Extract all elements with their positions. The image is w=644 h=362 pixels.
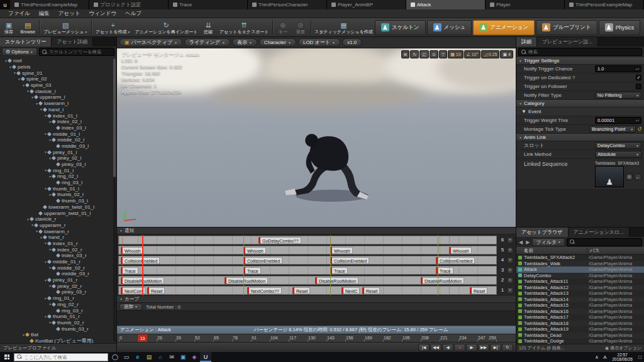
sequence-thumbnail[interactable]: ♟ xyxy=(595,166,624,187)
skeleton-search-input[interactable] xyxy=(49,49,111,55)
bone-row[interactable]: ▼middle_01_r xyxy=(1,259,116,265)
bone-row[interactable]: ▼ring_01_l xyxy=(1,167,116,173)
details-section-header[interactable]: ▼Trigger Settings xyxy=(516,57,644,65)
bone-row[interactable]: pinky_03_l xyxy=(1,162,116,168)
action-center-icon[interactable]: □ xyxy=(636,352,644,362)
notify-marker[interactable]: GoDelayCombo?? xyxy=(258,237,301,244)
track-add-button[interactable]: + xyxy=(507,267,513,273)
play-button[interactable]: ▶ xyxy=(466,344,477,351)
viewport-option-button[interactable]: x1.0 xyxy=(342,38,362,47)
bone-row[interactable]: middle_03_l xyxy=(1,143,116,150)
number-input[interactable]: 1.0▲▼ xyxy=(595,65,641,72)
store-icon[interactable]: ⌂ xyxy=(155,352,166,362)
bone-row[interactable]: ▼middle_02_r xyxy=(1,265,116,271)
mode-tab-ブループリント[interactable]: ♟ブループリント xyxy=(536,20,597,35)
go-to-end-button[interactable]: ▶| xyxy=(490,344,501,351)
asset-row[interactable]: Twinblades_Attack13/Game/Player/Anima xyxy=(516,290,644,297)
notify-marker[interactable]: CollisionEnebled xyxy=(121,257,160,264)
make-static-mesh-button[interactable]: ▦スタティックメッシュを作成 xyxy=(313,18,375,36)
bone-row[interactable]: ▼index_01_r xyxy=(1,241,116,247)
asset-row[interactable]: Twinblades_Attack16/Game/Player/Anima xyxy=(516,309,644,315)
viewport-option-button[interactable]: ライティング▼ xyxy=(184,38,230,47)
menu-item[interactable]: ヘルプ xyxy=(121,10,146,18)
notify-marker[interactable]: Whoosh xyxy=(121,247,143,254)
bone-row[interactable]: ▼lowerarm_l xyxy=(1,101,116,107)
bone-row[interactable]: ▼lowerarm_r xyxy=(1,228,116,234)
taskbar-search-box[interactable] xyxy=(14,353,108,361)
tree-scrollbar-thumb[interactable] xyxy=(113,58,116,177)
bone-row[interactable]: ▼thumb_02_l xyxy=(1,192,116,198)
asset-filter-button[interactable]: フィルタ ▼ xyxy=(532,238,565,246)
mail-icon[interactable]: ✉ xyxy=(166,352,177,362)
bone-row[interactable]: index_03_r xyxy=(1,253,116,259)
taskbar-clock[interactable]: 22:57 2018/06/26 xyxy=(609,353,636,361)
record-button[interactable]: ● xyxy=(454,344,465,351)
window-tab[interactable]: Player_AnimBP xyxy=(327,0,406,9)
bone-row[interactable]: ▼pelvis xyxy=(1,64,116,70)
tree-scrollbar[interactable] xyxy=(113,58,116,342)
track-add-button[interactable]: + xyxy=(507,237,513,243)
notify-track-lane[interactable]: TraceTraceTraceTrace xyxy=(118,266,497,275)
curves-section-header[interactable]: ▼ カーブ xyxy=(117,296,516,303)
notify-track-lane[interactable]: DisableRootMotionDisableRootMotionDisabl… xyxy=(118,276,497,285)
notify-marker[interactable]: Reset xyxy=(292,287,310,294)
reset-to-default-icon[interactable]: ↺ xyxy=(637,126,641,132)
window-tab[interactable]: Player xyxy=(486,0,565,9)
preview-mesh-button[interactable]: ▧プレビューメッシュ▼ xyxy=(41,18,90,36)
step-backward-button[interactable]: ◀◀ xyxy=(430,344,441,351)
asset-browser-tab[interactable]: アセットブラウザ xyxy=(516,228,569,237)
notify-marker[interactable]: NextCom xyxy=(121,287,145,294)
bone-row[interactable]: ▼index_02_r xyxy=(1,246,116,253)
edge-icon[interactable]: e xyxy=(132,352,143,362)
bone-row[interactable]: ▼ring_02_r xyxy=(1,302,116,308)
bone-row[interactable]: ▼pinky_01_l xyxy=(1,149,116,155)
bone-row[interactable]: ▼clavicle_r xyxy=(1,216,116,222)
notify-marker[interactable]: Whoosh xyxy=(449,247,472,254)
asset-row[interactable]: DelayCombo/Game/Player/Anima xyxy=(516,273,644,279)
compress-button[interactable]: ⇊圧縮 xyxy=(199,18,217,36)
loop-button[interactable]: ↻ xyxy=(502,344,513,351)
bone-row[interactable]: pinky_03_r xyxy=(1,289,116,295)
asset-row[interactable]: Twinblades_Attack18/Game/Player/Anima xyxy=(516,321,644,327)
bone-row[interactable]: middle_03_r xyxy=(1,271,116,277)
coordinate-system-button[interactable]: ⊙ xyxy=(430,50,438,58)
track-add-button[interactable]: + xyxy=(507,287,513,293)
details-subheader[interactable]: ▼Event xyxy=(516,107,644,116)
bone-row[interactable]: ▼spine_03 xyxy=(1,82,116,89)
asset-row[interactable]: Attack/Game/Player/Anima xyxy=(516,266,644,273)
bone-row[interactable]: KuniBat (プレビュー専用) xyxy=(1,338,116,343)
montage-status-bar[interactable]: アニメーション : Attack パーセンテージ 6.14% 現在の時間: 0.… xyxy=(117,326,516,334)
asset-row[interactable]: Twinblades_Dodge/Game/Player/Anima xyxy=(516,338,644,344)
create-asset-button[interactable]: +アセットを作成▼ xyxy=(93,18,133,36)
asset-row[interactable]: Twinblades_Dead/Game/Player/Anima xyxy=(516,332,644,339)
play-reverse-button[interactable]: ◀ xyxy=(442,344,453,351)
rotation-snap-button[interactable]: ∠10° xyxy=(464,50,481,58)
surface-snap-button[interactable]: ▽ xyxy=(439,50,447,58)
skeleton-tab[interactable]: アセット詳細 xyxy=(52,37,93,47)
asset-row[interactable]: Twinblades_Attack15/Game/Player/Anima xyxy=(516,302,644,309)
notify-marker[interactable]: Trace xyxy=(436,267,453,274)
bone-row[interactable]: thumb_03_l xyxy=(1,198,116,204)
add-curve-button[interactable]: 追加 ▼ xyxy=(119,304,142,310)
ue4-editor-icon[interactable]: U xyxy=(200,352,211,362)
notify-marker[interactable]: NextCombo?? xyxy=(247,287,282,294)
asset-search-input[interactable] xyxy=(577,239,639,245)
use-selected-icon[interactable]: ← xyxy=(635,173,641,180)
tree-options-button[interactable]: ⚙ Options ▼ xyxy=(2,48,37,56)
bone-row[interactable]: ▼upperarm_l xyxy=(1,94,116,101)
menu-item[interactable]: ウィンドウ xyxy=(85,10,121,18)
details-search-input[interactable] xyxy=(528,49,639,55)
column-path[interactable]: パス xyxy=(587,248,644,254)
mode-tab-アニメーション[interactable]: ♟アニメーション xyxy=(473,20,535,35)
bone-row[interactable]: upperarm_twist_01_l xyxy=(1,210,116,216)
bone-row[interactable]: thumb_03_r xyxy=(1,326,116,332)
find-asset-icon[interactable]: ◎ xyxy=(626,173,633,180)
bone-row[interactable]: ▼hand_r xyxy=(1,234,116,241)
notify-marker[interactable]: Reset xyxy=(147,287,165,294)
details-section-header[interactable]: ▼Category xyxy=(516,100,644,107)
mode-tab-Physics[interactable]: ♟Physics xyxy=(599,20,640,35)
spinner-icon[interactable]: ▲▼ xyxy=(635,119,639,122)
dropdown-select[interactable]: Branching Point▼ xyxy=(589,126,636,133)
track-add-button[interactable]: + xyxy=(507,277,513,283)
translate-tool-button[interactable]: ⊕ xyxy=(401,50,410,58)
